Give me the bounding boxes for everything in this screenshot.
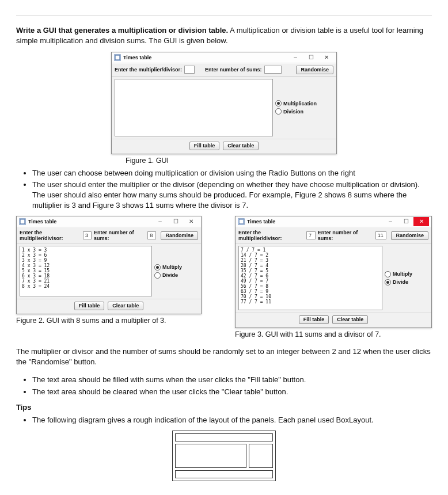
figure3-caption: Figure 3. GUI with 11 sums and a divisor… — [235, 330, 432, 338]
radio-dot-icon — [385, 271, 391, 277]
layout-diagram — [172, 431, 276, 481]
radio-divide[interactable]: Divide — [385, 279, 412, 285]
radio-div-label: Division — [283, 109, 303, 115]
intro-bold: Write a GUI that generates a multiplicat… — [16, 26, 228, 35]
radio-dot-icon — [154, 264, 161, 271]
radio-div-label: Divide — [162, 272, 178, 278]
app-icon — [238, 218, 245, 225]
titlebar: Times table – ☐ ✕ — [17, 216, 201, 227]
svg-rect-5 — [239, 219, 244, 224]
radio-multiply[interactable]: Multiply — [385, 271, 412, 277]
titlebar: Times table – ☐ ✕ — [236, 216, 431, 227]
multiplier-label: Enter the multiplier/divisor: — [115, 67, 182, 73]
multiplier-input[interactable] — [184, 66, 195, 74]
sums-input[interactable] — [264, 66, 282, 74]
fill-table-button[interactable]: Fill table — [74, 302, 105, 310]
radio-div-label: Divide — [393, 279, 408, 285]
radio-dot-icon — [385, 279, 391, 285]
tip-1: The following diagram gives a rough indi… — [32, 415, 432, 425]
diagram-textarea-panel — [175, 444, 246, 468]
figure1-caption: Figure 1. GUI — [126, 157, 432, 165]
window-title: Times table — [28, 219, 152, 224]
sums-label: Enter number of sums: — [318, 230, 373, 241]
radio-dot-icon — [275, 100, 282, 106]
window-fig1: Times table – ☐ ✕ Enter the multiplier/d… — [111, 52, 337, 154]
sums-input[interactable]: 8 — [147, 231, 156, 239]
diagram-top-panel — [175, 433, 273, 441]
window-title: Times table — [123, 55, 287, 60]
intro-paragraph: Write a GUI that generates a multiplicat… — [16, 25, 432, 46]
sums-textarea[interactable] — [115, 79, 273, 136]
radio-multiplication[interactable]: Multiplication — [275, 100, 317, 106]
sums-label: Enter number of sums: — [205, 67, 262, 73]
maximize-button[interactable]: ☐ — [168, 217, 183, 226]
randomise-button[interactable]: Randomise — [391, 231, 428, 240]
window-title: Times table — [247, 219, 382, 224]
radio-mult-label: Multiply — [162, 264, 182, 270]
app-icon — [19, 218, 26, 225]
app-icon — [114, 54, 121, 61]
randomise-button[interactable]: Randomise — [296, 66, 333, 74]
multiplier-label: Enter the multiplier/divisor: — [20, 230, 81, 241]
bullet-list-2: The text area should be filled with sums… — [16, 375, 432, 397]
sums-label: Enter number of sums: — [94, 230, 145, 241]
fill-table-button[interactable]: Fill table — [299, 315, 329, 324]
multiplier-label: Enter the multiplier/divisor: — [238, 230, 304, 241]
figure2-caption: Figure 2. GUI with 8 sums and a multipli… — [16, 317, 212, 325]
close-button[interactable]: ✕ — [318, 53, 334, 62]
titlebar: Times table – ☐ ✕ — [112, 52, 336, 63]
bullet-1a: The user can choose between doing multip… — [32, 168, 432, 178]
diagram-radio-panel — [249, 444, 274, 468]
svg-rect-1 — [115, 55, 120, 60]
sums-textarea[interactable]: 7 / 7 = 1 14 / 7 = 2 21 / 7 = 3 28 / 7 =… — [238, 246, 382, 310]
window-fig2: Times table – ☐ ✕ Enter the multiplier/d… — [16, 216, 202, 314]
sums-textarea[interactable]: 1 x 3 = 3 2 x 3 = 6 3 x 3 = 9 4 x 3 = 12… — [20, 246, 152, 296]
top-toolbar: Enter the multiplier/divisor: Enter numb… — [112, 63, 336, 77]
tips-heading: Tips — [16, 403, 432, 412]
fill-table-button[interactable]: Fill table — [189, 142, 220, 150]
radio-divide[interactable]: Divide — [154, 272, 182, 279]
minimize-button[interactable]: – — [287, 53, 303, 62]
radio-multiply[interactable]: Multiply — [154, 264, 182, 271]
minimize-button[interactable]: – — [382, 217, 398, 226]
clear-table-button[interactable]: Clear table — [223, 142, 259, 150]
radio-division[interactable]: Division — [275, 108, 317, 115]
tips-list: The following diagram gives a rough indi… — [16, 415, 432, 425]
randomise-button[interactable]: Randomise — [161, 231, 198, 240]
window-fig3: Times table – ☐ ✕ Enter the multiplier/d… — [235, 216, 432, 328]
minimize-button[interactable]: – — [152, 217, 168, 226]
randomise-paragraph: The multiplier or divisor and the number… — [16, 346, 432, 367]
bullet-1b: The user should enter the multiplier or … — [32, 180, 432, 210]
maximize-button[interactable]: ☐ — [398, 217, 413, 226]
close-button[interactable]: ✕ — [413, 217, 429, 226]
radio-mult-label: Multiplication — [283, 101, 317, 106]
clear-table-button[interactable]: Clear table — [108, 302, 143, 310]
bullet-2b: The text area should be cleared when the… — [32, 387, 432, 397]
svg-rect-3 — [20, 219, 25, 224]
radio-dot-icon — [275, 108, 282, 115]
multiplier-input[interactable]: 7 — [306, 231, 316, 239]
radio-mult-label: Multiply — [393, 271, 412, 277]
multiplier-input[interactable]: 3 — [83, 231, 92, 239]
bullet-list-1: The user can choose between doing multip… — [16, 168, 432, 210]
close-button[interactable]: ✕ — [183, 217, 199, 226]
maximize-button[interactable]: ☐ — [303, 53, 318, 62]
sums-input[interactable]: 11 — [375, 231, 387, 239]
bullet-2a: The text area should be filled with sums… — [32, 375, 432, 385]
clear-table-button[interactable]: Clear table — [332, 315, 368, 324]
mode-radio-group: Multiplication Division — [275, 100, 317, 115]
diagram-bottom-panel — [175, 470, 273, 478]
radio-dot-icon — [154, 272, 161, 279]
